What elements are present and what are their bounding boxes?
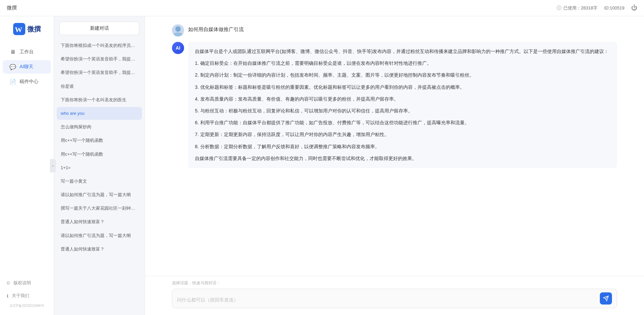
topbar-right: Ⓘ 已使用：28318字 ID:100519 ⏻: [557, 4, 637, 11]
main-layout: W 微撰 🖥 工作台 💬 AI聊天 📄 稿件中心 © 版权说明: [0, 16, 644, 315]
chat-list-item[interactable]: 1+1=: [57, 161, 142, 174]
usage-icon: Ⓘ: [557, 5, 561, 11]
user-message-text: 如何用自媒体做推广引流: [188, 24, 244, 33]
chat-list-item[interactable]: 普通人如何快速致富？: [57, 243, 142, 256]
ai-chat-icon: 💬: [9, 63, 16, 70]
chat-list-item[interactable]: 用c++写一个随机函数: [57, 148, 142, 161]
ai-paragraph: 自媒体平台是个人或团队通过互联网平台(如博客、微博、微信公众号、抖音、快手等)发…: [195, 47, 610, 56]
topbar-title: 微撰: [7, 5, 17, 11]
sidebar-item-copyright[interactable]: © 版权说明: [0, 277, 54, 289]
chat-area: 如何用自媒体做推广引流 AI 自媒体平台是个人或团队通过互联网平台(如博客、微博…: [145, 16, 644, 315]
new-chat-button[interactable]: 新建对话: [59, 22, 139, 35]
sidebar-item-ai-chat-label: AI聊天: [20, 64, 33, 70]
collapse-button[interactable]: ‹: [50, 159, 56, 173]
chat-list-item[interactable]: 希望你扮演一个英语发音助手，我提供给你...: [57, 53, 142, 65]
ai-paragraph: 自媒体推广引流需要具备一定的内容创作和社交能力，同时也需要不断尝试和优化，才能取…: [195, 154, 610, 163]
workbench-icon: 🖥: [9, 49, 16, 55]
sidebar-item-ai-chat[interactable]: 💬 AI聊天: [3, 60, 51, 74]
ai-paragraph: 1. 确定目标受众：在开始自媒体推广引流之前，需要明确目标受众是谁，以便在发布内…: [195, 59, 610, 68]
ai-paragraph: 5. 与粉丝互动：积极与粉丝互动，回复评论和私信，可以增加用户对你的认可和信任，…: [195, 107, 610, 115]
topbar: 微撰 Ⓘ 已使用：28318字 ID:100519 ⏻: [0, 0, 644, 16]
svg-point-3: [173, 32, 183, 36]
ai-paragraph: 6. 利用平台推广功能：自媒体平台都提供了推广功能，如广告投放、付费推广等，可以…: [195, 119, 610, 127]
ai-paragraph: 8. 分析数据：定期分析数据，了解用户反馈和喜好，以便调整推广策略和内容发布频率…: [195, 142, 610, 151]
ai-paragraph: 4. 发布高质量内容：发布高质量、有价值、有趣的内容可以吸引更多的粉丝，并提高用…: [195, 95, 610, 103]
sidebar-about-label: 关于我们: [12, 293, 29, 299]
sidebar-item-workbench-label: 工作台: [20, 49, 34, 55]
icp-text: 京ICP备2022015948号: [0, 302, 54, 310]
logo-icon: W: [13, 23, 25, 35]
chat-list-item[interactable]: 普通人如何快速致富？: [57, 215, 142, 228]
svg-point-2: [175, 26, 181, 32]
ai-message: AI 自媒体平台是个人或团队通过互联网平台(如博客、微博、微信公众号、抖音、快手…: [172, 42, 617, 168]
ai-message-content: 自媒体平台是个人或团队通过互联网平台(如博客、微博、微信公众号、抖音、快手等)发…: [188, 42, 617, 168]
chat-list-item[interactable]: 你是谁: [57, 80, 142, 93]
input-area: 选择话题，快速与我对话：: [145, 276, 644, 315]
sidebar-item-workbench[interactable]: 🖥 工作台: [3, 45, 51, 59]
chat-input[interactable]: [177, 297, 597, 305]
sidebar-item-about[interactable]: ℹ 关于我们: [0, 289, 54, 302]
about-icon: ℹ: [7, 293, 8, 298]
chat-messages: 如何用自媒体做推广引流 AI 自媒体平台是个人或团队通过互联网平台(如博客、微博…: [145, 16, 644, 276]
drafts-icon: 📄: [9, 78, 16, 85]
chat-list-item[interactable]: 请以如何推广引流为题，写一篇大纲: [57, 188, 142, 201]
chat-list-item[interactable]: 请以如何推广引流为题，写一篇大纲: [57, 229, 142, 242]
quick-topics-label: 选择话题，快速与我对话：: [172, 280, 617, 286]
chat-list-item[interactable]: 用c++写一个随机函数: [57, 134, 142, 147]
topbar-id: ID:100519: [604, 5, 624, 10]
chat-list-item[interactable]: 下面你将扮演一个名叫圣友的医生: [57, 94, 142, 106]
ai-paragraph: 7. 定期更新：定期更新内容，保持活跃度，可以让用户对你的内容产生兴趣，增加用户…: [195, 130, 610, 139]
sidebar-item-drafts-label: 稿件中心: [20, 79, 38, 85]
logo-area: W 微撰: [10, 23, 44, 35]
ai-paragraph: 2. 制定内容计划：制定一份详细的内容计划，包括发布时间、频率、主题、文案、图片…: [195, 71, 610, 79]
chat-list-item[interactable]: 写一篇小黄文: [57, 175, 142, 188]
user-message: 如何用自媒体做推广引流: [172, 24, 617, 36]
user-avatar: [172, 24, 184, 36]
chat-list-item[interactable]: 撰写一篇关于八大家花园社区一刻钟便民生...: [57, 202, 142, 215]
ai-paragraph: 3. 优化标题和标签：标题和标签是吸引粉丝的重要因素。优化标题和标签可以让更多的…: [195, 83, 610, 91]
message-block: 如何用自媒体做推广引流 AI 自媒体平台是个人或团队通过互联网平台(如博客、微博…: [172, 24, 617, 168]
sidebar-item-drafts[interactable]: 📄 稿件中心: [3, 75, 51, 88]
sidebar-bottom: © 版权说明 ℹ 关于我们 京ICP备2022015948号: [0, 277, 54, 315]
usage-text: 已使用：28318字: [563, 5, 597, 11]
topbar-usage: Ⓘ 已使用：28318字: [557, 5, 597, 11]
chat-list-item[interactable]: 下面你将模拟成一个叫圣友的程序员，我说...: [57, 39, 142, 52]
chat-list-item[interactable]: 怎么做狗屎炒肉: [57, 121, 142, 133]
input-wrapper: [172, 289, 617, 308]
nav-items: 🖥 工作台 💬 AI聊天 📄 稿件中心: [0, 45, 54, 277]
logo-text: 微撰: [27, 25, 41, 34]
ai-avatar: AI: [172, 42, 184, 54]
send-button[interactable]: [600, 292, 612, 305]
chat-list: 下面你将模拟成一个叫圣友的程序员，我说...希望你扮演一个英语发音助手，我提供给…: [54, 38, 145, 315]
logout-icon[interactable]: ⏻: [631, 4, 637, 11]
chat-list-item[interactable]: 希望你扮演一个英语发音助手，我提供给你...: [57, 66, 142, 79]
sidebar: W 微撰 🖥 工作台 💬 AI聊天 📄 稿件中心 © 版权说明: [0, 16, 54, 315]
sidebar-copyright-label: 版权说明: [13, 280, 31, 286]
send-icon: [603, 295, 609, 301]
copyright-icon: ©: [7, 281, 10, 286]
svg-text:W: W: [15, 25, 22, 34]
chat-list-panel: 新建对话 下面你将模拟成一个叫圣友的程序员，我说...希望你扮演一个英语发音助手…: [54, 16, 145, 315]
chat-list-item[interactable]: who are you: [57, 107, 142, 120]
